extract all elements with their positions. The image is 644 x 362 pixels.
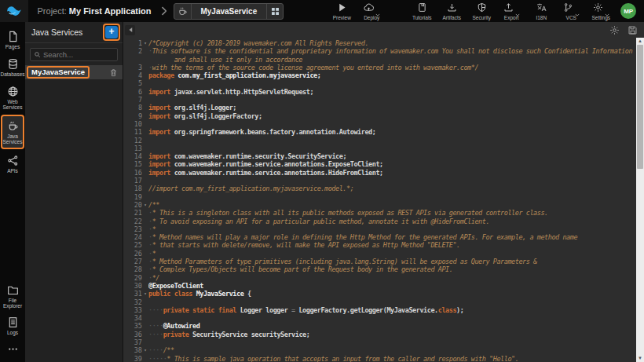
code-line[interactable]: 17 [123,177,644,185]
scroll-down-arrow[interactable]: ▼ [636,355,644,362]
code-line-text: ·* Method Parameters of type primitives … [148,258,644,265]
code-line[interactable]: 16import com.wavemaker.runtime.service.a… [123,169,644,177]
line-number: 8 [123,104,142,112]
code-line[interactable]: 35····@Autowired [123,322,644,330]
search-input[interactable] [43,50,114,59]
sidebar-item-databases[interactable]: Databases [1,54,24,80]
fold-marker[interactable]: ▾ [142,39,148,47]
code-line[interactable]: 30@ExposeToClient [123,282,644,290]
code-line[interactable]: 39·····* This is sample java operation t… [123,355,644,362]
collapse-panel-button[interactable] [125,25,135,35]
code-line[interactable]: 14import com.wavemaker.runtime.security.… [123,152,644,160]
sidebar-item-java-services[interactable]: Java Services [1,115,24,149]
service-list: MyJavaService [25,65,123,79]
code-line-text: ····private static final Logger logger =… [148,306,644,314]
code-line[interactable]: and shall use it only in accordance [123,56,644,64]
code-line-text: ·* To avoid exposing an API for a partic… [148,218,644,225]
sidebar-item-file-explorer[interactable]: File Explorer [1,280,24,312]
delete-service-button[interactable] [109,68,118,77]
code-line[interactable]: 1▾/*Copyright (c) 2018-2019 wavemaker.co… [123,39,644,47]
editor-settings-button[interactable] [609,25,620,35]
java-services-panel: Java Services + MyJavaService [25,22,123,362]
fold-marker [142,169,148,177]
fold-marker [142,306,148,314]
code-line[interactable]: 11import org.springframework.beans.facto… [123,128,644,136]
user-avatar[interactable]: MP [620,3,636,19]
code-line[interactable]: 5 [123,79,644,87]
code-line[interactable]: 38▾····/** [123,346,644,354]
topbar-action-settings[interactable]: Settings [591,2,611,20]
line-number: 9 [123,112,142,120]
code-line[interactable]: 28·* Complex Types/Objects will become p… [123,265,644,273]
fold-marker[interactable]: ▾ [142,346,148,354]
code-line[interactable]: 8import org.slf4j.Logger; [123,104,644,112]
code-line[interactable]: 24·* Method names will play a major role… [123,233,644,241]
topbar-action-deploy[interactable]: Deploy [361,2,382,20]
topbar-action-i18n[interactable]: I18N [531,2,551,20]
code-line[interactable]: 36····private SecurityService securitySe… [123,331,644,338]
code-line[interactable]: 25·* that starts with delete/remove, wil… [123,241,644,249]
code-line[interactable]: 34 [123,314,644,322]
code-line[interactable]: 13 [123,144,644,152]
line-number: 27 [123,258,142,265]
service-list-item[interactable]: MyJavaService [25,65,123,79]
code-line[interactable]: 31▾public class MyJavaService { [123,290,644,298]
fold-marker [142,96,148,104]
vertical-scrollbar[interactable]: ▲ ▼ [636,38,644,362]
code-line[interactable]: 7 [123,96,644,104]
code-line[interactable]: 37 [123,338,644,346]
line-number: 28 [123,265,142,273]
topbar-action-export[interactable]: Export [501,2,521,20]
code-line[interactable]: 18//import com.my_first_application.myja… [123,185,644,192]
topbar-action-label: Export [504,15,519,20]
sidebar-item-pages[interactable]: Pages [1,27,24,53]
wavemaker-logo-icon [6,4,22,18]
code-line[interactable]: 29·*/ [123,274,644,282]
chevron-down-icon [605,5,609,9]
code-line[interactable]: 32 [123,298,644,306]
chevron-down-icon [515,5,520,9]
code-line[interactable]: 9import org.slf4j.LoggerFactory; [123,112,644,120]
code-line[interactable]: 10 [123,120,644,128]
code-line-text [148,137,644,144]
scroll-up-arrow[interactable]: ▲ [636,38,644,45]
code-line-text: package com.my_first_application.myjavas… [148,71,644,79]
scrollbar-thumb[interactable] [637,45,643,169]
file-tab-myjavaservice[interactable]: MyJavaService [174,3,284,20]
code-line[interactable]: 33····private static final Logger logger… [123,306,644,314]
tab-title: MyJavaService [191,7,266,16]
code-line[interactable]: 15import com.wavemaker.runtime.service.a… [123,160,644,168]
code-line[interactable]: 3·with the terms of the source code lice… [123,64,644,71]
code-line-text: /*Copyright (c) 2018-2019 wavemaker.com … [148,39,644,47]
sidebar-item-logs[interactable]: Logs [1,313,24,338]
topbar-action-vcs[interactable]: VCS [561,2,581,20]
wavemaker-logo[interactable] [0,0,28,22]
code-line[interactable]: 27·* Method Parameters of type primitive… [123,258,644,265]
topbar-action-security[interactable]: Security [471,2,492,20]
code-line[interactable]: 4package com.my_first_application.myjava… [123,71,644,79]
more-icon [7,343,19,355]
code-line[interactable]: 6import javax.servlet.http.HttpServletRe… [123,88,644,96]
code-line[interactable]: 20▾/** [123,201,644,209]
sidebar-item-web-services[interactable]: Web Services [1,82,24,113]
save-button[interactable] [628,25,638,35]
sidebar-item-more[interactable] [1,339,24,358]
code-line-text [148,144,644,152]
topbar-action-tutorials[interactable]: Tutorials [412,2,432,20]
editor-actions [602,25,638,35]
code-editor[interactable]: 1▾/*Copyright (c) 2018-2019 wavemaker.co… [123,38,644,362]
topbar-action-artifacts[interactable]: Artifacts [441,2,462,20]
grid-icon[interactable] [267,4,283,19]
code-line[interactable]: 12 [123,137,644,144]
fold-marker[interactable]: ▾ [142,290,148,298]
code-line[interactable]: 23·* [123,225,644,233]
code-line[interactable]: 19 [123,193,644,201]
code-line[interactable]: 22·* To avoid exposing an API for a part… [123,218,644,225]
sidebar-item-apis[interactable]: APIs [1,151,24,177]
add-service-button[interactable]: + [105,26,118,38]
code-line[interactable]: 21·* This is a singleton class with all … [123,209,644,217]
fold-marker[interactable]: ▾ [142,201,148,209]
topbar-action-preview[interactable]: Preview [331,2,352,20]
code-line[interactable]: 26·* [123,250,644,258]
code-line[interactable]: 2·This software is the confidential and … [123,47,644,55]
